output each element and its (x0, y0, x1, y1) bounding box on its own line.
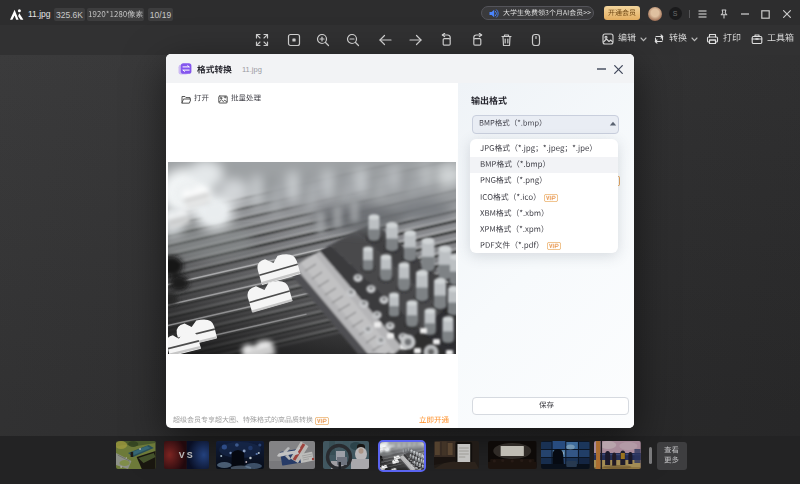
svg-text:V: V (178, 450, 184, 460)
svg-text:S: S (186, 450, 192, 460)
